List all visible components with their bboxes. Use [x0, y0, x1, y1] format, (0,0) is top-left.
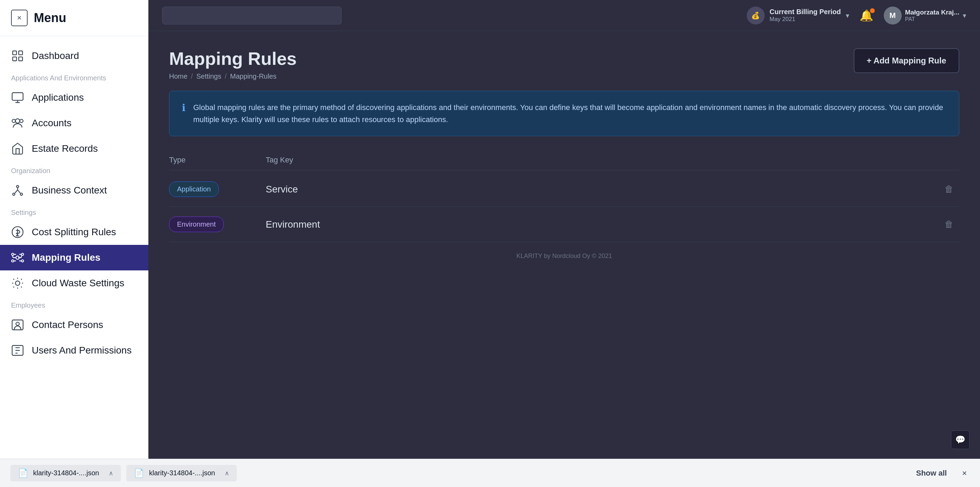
billing-text: Current Billing Period May 2021 — [770, 8, 841, 23]
cost-icon — [11, 225, 24, 239]
show-all-button[interactable]: Show all — [911, 466, 952, 481]
sidebar-item-label: Contact Persons — [32, 319, 103, 330]
sidebar-header: × Menu — [0, 0, 148, 36]
close-download-bar-button[interactable]: × — [959, 466, 970, 481]
breadcrumb-home[interactable]: Home — [169, 73, 188, 80]
type-badge-application: Application — [169, 181, 219, 197]
type-badge-environment: Environment — [169, 217, 224, 232]
user-chevron-icon: ▾ — [963, 11, 966, 20]
user-name: Małgorzata Kraj... — [905, 9, 959, 16]
download-chevron-icon: ∧ — [224, 470, 229, 477]
breadcrumb-sep2: / — [224, 73, 227, 80]
add-mapping-rule-button[interactable]: + Add Mapping Rule — [854, 48, 959, 73]
download-item-name: klarity-314804-....json — [33, 469, 104, 477]
sidebar-item-dashboard[interactable]: Dashboard — [0, 43, 148, 69]
breadcrumb: Home / Settings / Mapping-Rules — [169, 73, 297, 80]
sidebar-item-cost-splitting[interactable]: Cost Splitting Rules — [0, 219, 148, 245]
user-sub: PAT — [905, 16, 959, 22]
sidebar-item-contact-persons[interactable]: Contact Persons — [0, 312, 148, 338]
sidebar-item-business-context[interactable]: Business Context — [0, 178, 148, 203]
svg-rect-1 — [19, 51, 22, 55]
cloud-icon — [11, 277, 24, 290]
svg-point-13 — [12, 253, 14, 255]
sidebar-section-apps: Applications And Environments — [0, 69, 148, 85]
delete-row-button[interactable]: 🗑 — [939, 219, 959, 230]
close-sidebar-button[interactable]: × — [11, 10, 28, 26]
type-cell: Environment — [169, 217, 266, 232]
breadcrumb-sep: / — [191, 73, 193, 80]
tag-key-value: Service — [266, 184, 939, 195]
notification-button[interactable]: 🔔 — [859, 9, 873, 22]
download-item-name: klarity-314804-....json — [149, 469, 220, 477]
top-bar: 💰 Current Billing Period May 2021 ▾ 🔔 M … — [148, 0, 980, 31]
svg-point-7 — [12, 119, 16, 123]
main-area: 💰 Current Billing Period May 2021 ▾ 🔔 M … — [148, 0, 980, 487]
info-icon: ℹ — [182, 102, 186, 125]
breadcrumb-settings[interactable]: Settings — [196, 73, 221, 80]
download-bar-right: Show all × — [911, 466, 970, 481]
sidebar-title: Menu — [34, 11, 66, 25]
svg-point-15 — [12, 260, 14, 262]
svg-point-6 — [20, 119, 23, 123]
download-chevron-icon: ∧ — [109, 470, 113, 477]
tag-key-value: Environment — [266, 219, 939, 230]
sidebar: × Menu Dashboard Applications And Enviro… — [0, 0, 148, 487]
notification-badge — [870, 8, 875, 13]
user-text: Małgorzata Kraj... PAT — [905, 9, 959, 22]
avatar: M — [884, 6, 902, 24]
svg-point-19 — [16, 322, 19, 325]
feedback-icon: 💬 — [955, 435, 966, 444]
info-text: Global mapping rules are the primary met… — [193, 102, 947, 125]
table-header: Type Tag Key — [169, 150, 959, 170]
svg-point-17 — [16, 281, 20, 286]
sidebar-section-org: Organization — [0, 162, 148, 178]
table-row: Environment Environment 🗑 — [169, 207, 959, 242]
feedback-button[interactable]: 💬 — [951, 430, 970, 449]
dashboard-icon — [11, 49, 24, 62]
applications-icon — [11, 91, 24, 104]
svg-point-9 — [13, 193, 15, 195]
svg-point-5 — [16, 119, 20, 123]
svg-rect-2 — [13, 57, 17, 61]
billing-chevron-icon: ▾ — [846, 11, 849, 20]
footer-text: KLARITY by Nordcloud Oy © 2021 — [516, 252, 612, 259]
sidebar-item-estate-records[interactable]: Estate Records — [0, 136, 148, 162]
svg-point-16 — [21, 260, 24, 262]
sidebar-item-label: Users And Permissions — [32, 345, 132, 356]
top-bar-right: 💰 Current Billing Period May 2021 ▾ 🔔 M … — [747, 6, 966, 24]
sidebar-item-label: Mapping Rules — [32, 252, 100, 263]
sidebar-item-label: Cloud Waste Settings — [32, 278, 124, 289]
sidebar-item-accounts[interactable]: Accounts — [0, 110, 148, 136]
svg-rect-4 — [12, 93, 23, 100]
download-item-1[interactable]: 📄 klarity-314804-....json ∧ — [126, 465, 237, 481]
col-header-actions — [939, 155, 959, 165]
svg-point-8 — [17, 186, 19, 188]
sidebar-item-cloud-waste[interactable]: Cloud Waste Settings — [0, 270, 148, 296]
table-row: Application Service 🗑 — [169, 172, 959, 207]
search-bar[interactable] — [162, 6, 342, 24]
page-title-area: Mapping Rules Home / Settings / Mapping-… — [169, 48, 297, 80]
sidebar-item-users-permissions[interactable]: Users And Permissions — [0, 338, 148, 363]
sidebar-item-label: Business Context — [32, 185, 107, 196]
billing-period[interactable]: 💰 Current Billing Period May 2021 ▾ — [747, 6, 849, 24]
sidebar-item-label: Cost Splitting Rules — [32, 227, 116, 238]
delete-row-button[interactable]: 🗑 — [939, 184, 959, 195]
sidebar-item-applications[interactable]: Applications — [0, 85, 148, 110]
download-item-0[interactable]: 📄 klarity-314804-....json ∧ — [10, 465, 121, 481]
estate-icon — [11, 142, 24, 155]
sidebar-section-settings: Settings — [0, 203, 148, 219]
users-icon — [11, 344, 24, 357]
sidebar-item-mapping-rules[interactable]: Mapping Rules — [0, 245, 148, 270]
sidebar-body: Dashboard Applications And Environments … — [0, 36, 148, 487]
col-header-tagkey: Tag Key — [266, 155, 939, 165]
svg-point-10 — [21, 193, 22, 195]
billing-sub: May 2021 — [770, 16, 841, 23]
svg-rect-18 — [12, 320, 23, 330]
svg-point-14 — [21, 253, 24, 255]
billing-label: Current Billing Period — [770, 8, 841, 16]
sidebar-item-label: Applications — [32, 92, 84, 103]
user-info[interactable]: M Małgorzata Kraj... PAT ▾ — [884, 6, 966, 24]
info-banner: ℹ Global mapping rules are the primary m… — [169, 91, 959, 136]
sidebar-item-label: Dashboard — [32, 50, 79, 61]
page-header: Mapping Rules Home / Settings / Mapping-… — [169, 48, 959, 80]
